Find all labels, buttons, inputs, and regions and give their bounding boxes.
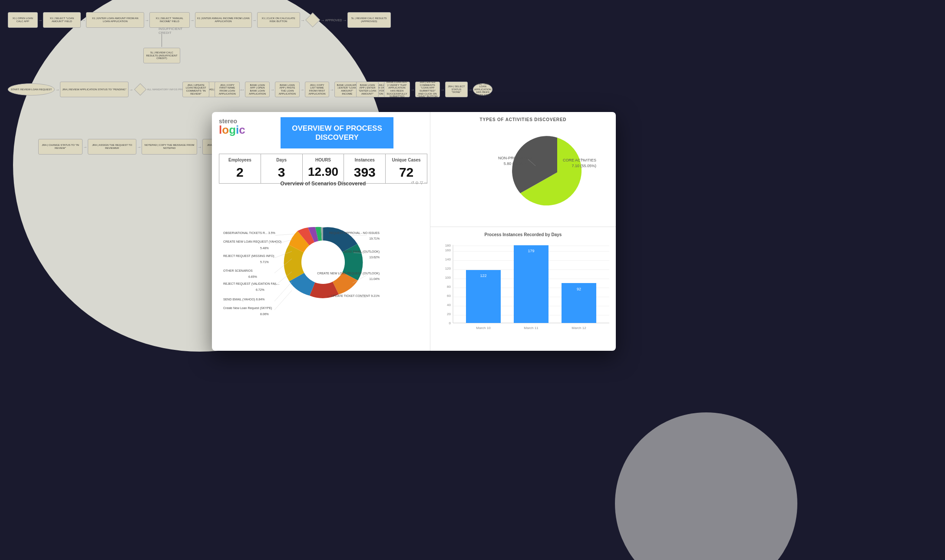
pie-chart-title: TYPES of ACTIVITIES DISCOVERED xyxy=(436,117,611,122)
x-label-march12: March 12 xyxy=(572,326,586,330)
stat-value-days: 3 xyxy=(263,165,301,180)
bar-march10 xyxy=(466,270,501,323)
donut-label-email-outlook: SEND EMAIL (OUTLOOK) xyxy=(344,250,380,254)
stat-days: Days 3 xyxy=(261,154,303,183)
y-tick-80: 80 xyxy=(447,285,451,289)
logo-logic: logic xyxy=(219,124,245,135)
flow-node-8: 5L | REVIEW CALC RESULTS (INSUFFICIENT C… xyxy=(143,48,180,63)
flow-end: END: THIS LOAN APPLICATION HAS BEEN COMP… xyxy=(473,83,493,96)
flow-node-b1: JRA | UPDATE LOAN REQUEST COMMENTS "IN R… xyxy=(182,82,209,97)
x-label-march11: March 11 xyxy=(524,326,539,330)
flow-node-d2: JRA | ASSIGN THE REQUEST TO REVIEWER xyxy=(88,139,136,155)
donut-label-skype: Create New Loan Request (SKYPE) xyxy=(223,306,272,310)
donut-controls: ↺ ⊙ ▽ ··· xyxy=(411,181,427,185)
flow-node-b5: JRA | COPY LIST NAME FROM FIRST APPLICAT… xyxy=(305,82,330,97)
donut-label-missing-pct: 5.71% xyxy=(260,260,269,264)
flow-diamond-m xyxy=(134,83,147,96)
flow-diamond-1 xyxy=(305,13,320,27)
donut-label-email-yahoo: SEND EMAIL (YAHOO) 6.84% xyxy=(223,298,264,301)
y-tick-20: 20 xyxy=(447,312,451,316)
donut-label-missing: REJECT REQUEST (MISSING INFO) xyxy=(223,254,274,258)
stat-value-employees: 2 xyxy=(221,165,259,180)
bar-chart-title: Process Instances Recorded by Days xyxy=(436,232,611,237)
label-core-activities-val: 7.10 (55.05%) xyxy=(572,164,596,168)
flow-node-3: X1 | ENTER LOAN AMOUNT FROM AN LOAN APPL… xyxy=(86,12,144,28)
donut-label-other: OTHER SCENARIOS xyxy=(223,269,253,272)
mid-flow-row3: BANK LOAN APP | ENTER "ENTER LOAN AMOUNT… xyxy=(356,82,492,97)
flow-node-2: X1 | SELECT "LOAN AMOUNT" FIELD xyxy=(43,12,81,28)
flow-node-c2: BANK LOAN APP | I VERIFY THAT APPLICATIO… xyxy=(384,82,410,97)
bar-march11 xyxy=(514,245,548,323)
stat-unique-cases: Unique Cases 72 xyxy=(386,154,427,183)
stats-row: Employees 2 Days 3 HOURS 12.90 Instances… xyxy=(219,154,427,184)
pie-chart-svg: NON-PRODUCTIVE 5.80 (44.95%) CORE ACTIVI… xyxy=(436,125,611,220)
donut-label-yahoo-new: CREATE NEW LOAN REQUEST (YAHOO) xyxy=(223,240,281,244)
y-tick-140: 140 xyxy=(445,257,451,261)
flow-label-insufficient: INSUFFICIENTCREDIT xyxy=(159,27,182,35)
flow-node-b2: JRA | COPY FIRST NAME FROM LOAN APPLICAT… xyxy=(215,82,240,97)
flow-node-c4: JRA | SELECT STATUS "DONE" xyxy=(445,82,468,97)
donut-label-outlook-new-pct: 11.04% xyxy=(369,277,380,280)
flow-node-c3: JRA | ENTER COMMENTS "LOAN APP SUBMITTED… xyxy=(415,82,440,97)
bar-march12-label: 92 xyxy=(577,287,581,291)
flow-node-m1: JRA | REVIEW APPLICATION STATUS TO "PEND… xyxy=(60,82,129,97)
stat-employees: Employees 2 xyxy=(219,154,261,183)
stat-value-hours: 12.90 xyxy=(304,165,342,179)
flow-node-7: 5L | REVIEW CALC RESULTS (APPROVED) xyxy=(347,12,391,28)
donut-chart-title: Overview of Scenarios Discovered xyxy=(281,181,366,187)
bar-march11-label: 179 xyxy=(528,249,534,253)
donut-label-email-outlook-pct: 13.62% xyxy=(369,256,380,259)
x-label-march10: March 10 xyxy=(476,326,491,330)
donut-label-yahoo-pct: 5.48% xyxy=(260,247,269,250)
flow-node-c1: BANK LOAN APP | ENTER "ENTER LOAN AMOUNT… xyxy=(356,82,379,97)
stat-hours: HOURS 12.90 xyxy=(303,154,344,183)
y-tick-0: 0 xyxy=(449,321,451,325)
donut-section: Overview of Scenarios Discovered ↺ ⊙ ▽ ·… xyxy=(219,181,427,336)
flow-node-1: X1 | OPEN LOAN CALC APP xyxy=(8,12,38,28)
title-box: OVERVIEW OF PROCESS DISCOVERY xyxy=(281,117,393,148)
logo-g: g xyxy=(229,123,236,136)
flow-node-5: X1 | ENTER ANNUAL INCOME FROM LOAN APPLI… xyxy=(195,12,252,28)
flow-line-v1 xyxy=(162,34,162,47)
donut-label-val: REJECT REQUEST (VALIDATION FAIL... xyxy=(223,282,280,286)
donut-label-approval: REQUEST APPROVAL - NO ISSUES xyxy=(329,231,380,235)
dashboard-title: OVERVIEW OF PROCESS DISCOVERY xyxy=(292,124,382,142)
stat-label-unique-cases: Unique Cases xyxy=(387,158,425,162)
pie-section: TYPES of ACTIVITIES DISCOVERED NON-PRODU… xyxy=(430,112,616,227)
stat-label-employees: Employees xyxy=(221,158,259,162)
logo-area: stereo logic xyxy=(219,118,245,135)
flow-node-4: X1 | SELECT "ANNUAL INCOME" FIELD xyxy=(149,12,189,28)
right-panel: TYPES of ACTIVITIES DISCOVERED NON-PRODU… xyxy=(430,112,616,351)
svg-line-7 xyxy=(274,290,292,310)
logo-c: c xyxy=(239,123,245,136)
label-core-activities: CORE ACTIVITIES xyxy=(563,158,596,162)
donut-title-area: Overview of Scenarios Discovered ↺ ⊙ ▽ ·… xyxy=(219,181,427,187)
svg-line-1 xyxy=(275,234,295,235)
flow-node-d3: NOTEPAD | COPY THE MESSAGE FROM NOTEPAD xyxy=(142,139,197,155)
stat-instances: Instances 393 xyxy=(344,154,386,183)
bar-section: Process Instances Recorded by Days 0 20 … xyxy=(430,227,616,351)
donut-label-val-pct: 6.72% xyxy=(256,288,264,291)
flow-start: START: REVIEW LOAN REQUEST xyxy=(8,83,55,96)
donut-label-outlook-new: CREATE NEW LOAN REQUEST (OUTLOOK) xyxy=(317,272,380,275)
flow-node-6: X1 | CLICK ON CALCULATE RISK BUTTON xyxy=(257,12,300,28)
stat-value-unique-cases: 72 xyxy=(387,165,425,180)
y-tick-100: 100 xyxy=(445,276,451,280)
bar-march10-label: 122 xyxy=(480,273,486,278)
donut-label-skype-pct: 8.06% xyxy=(260,313,269,316)
top-flow-row: X1 | OPEN LOAN CALC APP → X1 | SELECT "L… xyxy=(8,12,391,28)
bar-chart-svg: 0 20 40 60 80 100 120 140 160 180 xyxy=(436,240,611,345)
flow-node-b3: BANK LOAN APP | OPEN BANK LOAN APPLICATI… xyxy=(245,82,270,97)
flow-node-d1: JRA | CHANGE STATUS TO "IN REVIEW" xyxy=(38,139,83,155)
donut-label-obs: OBSERVATIONAL TICKETS R... 3.5% xyxy=(223,231,275,234)
stat-label-days: Days xyxy=(263,158,301,162)
y-tick-160: 160 xyxy=(445,248,451,252)
y-tick-40: 40 xyxy=(447,303,451,307)
stat-label-hours: HOURS xyxy=(304,158,342,162)
left-panel: stereo logic OVERVIEW OF PROCESS DISCOVE… xyxy=(212,112,429,351)
logo-o1: o xyxy=(222,123,229,136)
donut-label-other-pct: 6.65% xyxy=(248,275,257,278)
stat-value-instances: 393 xyxy=(346,165,383,180)
donut-chart-svg: OBSERVATIONAL TICKETS R... 3.5% CREATE N… xyxy=(219,188,427,336)
label-non-productive-val: 5.80 (44.95%) xyxy=(504,161,529,166)
